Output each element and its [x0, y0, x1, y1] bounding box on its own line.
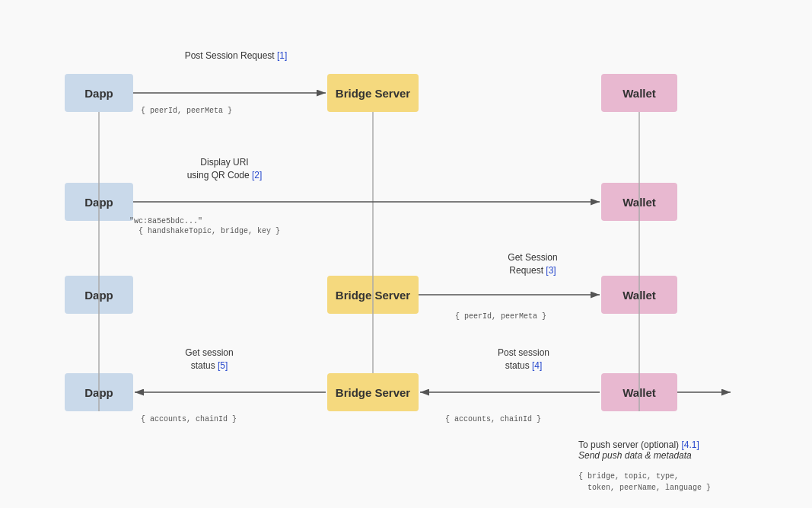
node-bridge-3: Bridge Server — [327, 373, 419, 411]
label-step5: Get sessionstatus [5] — [141, 347, 278, 372]
node-dapp-2: Dapp — [65, 183, 133, 221]
code-step4: { accounts, chainId } — [445, 415, 541, 423]
code-push: { bridge, topic, type, token, peerName, … — [578, 471, 711, 494]
diagram-container: Dapp Dapp Dapp Dapp Bridge Server Bridge… — [0, 0, 812, 508]
code-step5: { accounts, chainId } — [141, 415, 237, 423]
code-step3: { peerId, peerMeta } — [455, 312, 546, 321]
code-step2a: "wc:8a5e5bdc..." — [129, 217, 202, 225]
node-dapp-1: Dapp — [65, 74, 133, 112]
label-step3: Get SessionRequest [3] — [464, 251, 601, 277]
label-step2: Display URIusing QR Code [2] — [148, 156, 301, 182]
node-dapp-4: Dapp — [65, 373, 133, 411]
code-step1: { peerId, peerMeta } — [141, 107, 232, 115]
node-wallet-2: Wallet — [601, 183, 677, 221]
node-bridge-2: Bridge Server — [327, 276, 419, 314]
label-push: To push server (optional) [4.1] Send pus… — [578, 439, 699, 461]
node-wallet-4: Wallet — [601, 373, 677, 411]
node-wallet-3: Wallet — [601, 276, 677, 314]
node-dapp-3: Dapp — [65, 276, 133, 314]
label-step4: Post sessionstatus [4] — [455, 347, 592, 372]
label-step1: Post Session Request [1] — [167, 50, 304, 62]
node-bridge-1: Bridge Server — [327, 74, 419, 112]
code-step2b: { handshakeTopic, bridge, key } — [129, 227, 280, 235]
node-wallet-1: Wallet — [601, 74, 677, 112]
